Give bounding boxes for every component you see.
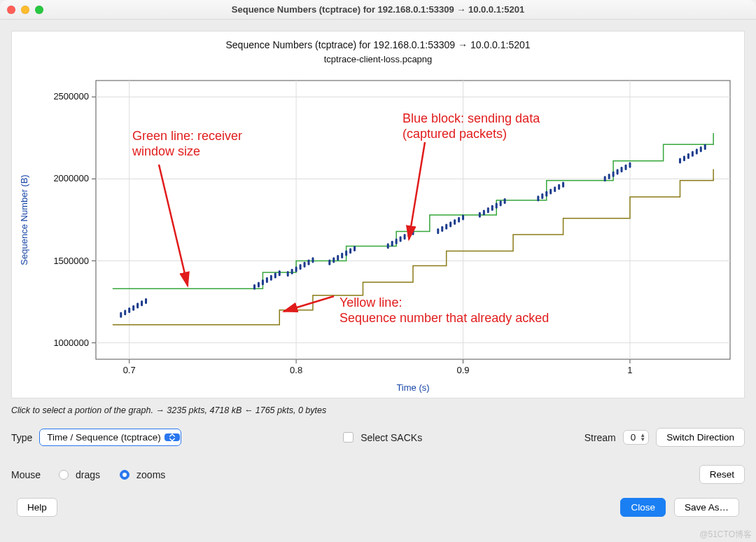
type-select[interactable]: Time / Sequence (tcptrace) (39, 432, 181, 443)
mouse-drags-label: drags (76, 469, 100, 480)
maximize-window-icon[interactable] (35, 6, 43, 14)
close-button[interactable]: Close (620, 498, 666, 517)
minimize-window-icon[interactable] (21, 6, 29, 14)
chart[interactable]: Sequence Numbers (tcptrace) for 192.168.… (11, 31, 745, 398)
svg-line-107 (409, 142, 425, 239)
svg-text:2500000: 2500000 (53, 91, 89, 102)
yellow-line (113, 169, 713, 324)
switch-direction-button[interactable]: Switch Direction (656, 428, 745, 447)
reset-button[interactable]: Reset (699, 465, 745, 484)
stepper-arrows-icon: ▲▼ (640, 433, 645, 442)
svg-text:0.9: 0.9 (456, 365, 469, 375)
svg-text:1: 1 (627, 365, 632, 375)
chevron-updown-icon (164, 433, 180, 441)
traffic-lights (7, 6, 43, 14)
svg-text:Green line: receiver: Green line: receiver (132, 129, 242, 143)
controls-row-2: Mouse drags zooms Reset (11, 465, 745, 484)
mouse-label: Mouse (11, 469, 41, 480)
svg-text:Sequence Numbers (tcptrace) fo: Sequence Numbers (tcptrace) for 192.168.… (225, 39, 530, 50)
svg-text:Blue block: sending data: Blue block: sending data (402, 111, 540, 125)
stream-value: 0 (631, 432, 636, 443)
bottom-bar: Help Close Save As… (11, 492, 745, 525)
svg-text:0.7: 0.7 (123, 365, 136, 375)
svg-text:1000000: 1000000 (53, 338, 89, 348)
svg-text:2000000: 2000000 (53, 173, 89, 183)
type-label: Type (11, 432, 32, 443)
select-sacks-checkbox[interactable] (343, 432, 354, 443)
svg-text:1500000: 1500000 (53, 256, 89, 266)
controls-row-1: Type Time / Sequence (tcptrace) Select S… (11, 428, 745, 447)
content-area: Sequence Numbers (tcptrace) for 192.168.… (0, 20, 756, 542)
close-window-icon[interactable] (7, 6, 15, 14)
svg-text:tcptrace-client-loss.pcapng: tcptrace-client-loss.pcapng (324, 54, 433, 64)
save-as-button[interactable]: Save As… (674, 498, 739, 517)
svg-text:0.8: 0.8 (290, 365, 302, 375)
svg-text:Yellow line:: Yellow line: (340, 296, 402, 310)
svg-line-101 (159, 165, 188, 286)
app-window: Sequence Numbers (tcptrace) for 192.168.… (0, 0, 756, 542)
svg-text:Time (s): Time (s) (396, 382, 429, 393)
mouse-zooms-label: zooms (136, 469, 165, 480)
svg-text:Sequence Number (B): Sequence Number (B) (19, 174, 29, 265)
svg-text:Sequence number that already a: Sequence number that already acked (340, 311, 549, 325)
stream-label: Stream (584, 432, 616, 443)
type-select-value: Time / Sequence (tcptrace) (39, 429, 181, 446)
mouse-drags-radio[interactable] (59, 470, 69, 480)
mouse-zooms-radio[interactable] (120, 470, 130, 480)
select-sacks-label: Select SACKs (360, 432, 422, 443)
titlebar: Sequence Numbers (tcptrace) for 192.168.… (0, 0, 756, 20)
help-button[interactable]: Help (17, 498, 57, 517)
svg-text:window size: window size (132, 144, 200, 158)
svg-line-104 (284, 296, 334, 312)
svg-text:(captured packets): (captured packets) (402, 127, 507, 141)
stream-stepper[interactable]: 0 ▲▼ (623, 430, 649, 445)
hint-text: Click to select a portion of the graph. … (11, 405, 745, 415)
window-title: Sequence Numbers (tcptrace) for 192.168.… (0, 4, 756, 15)
